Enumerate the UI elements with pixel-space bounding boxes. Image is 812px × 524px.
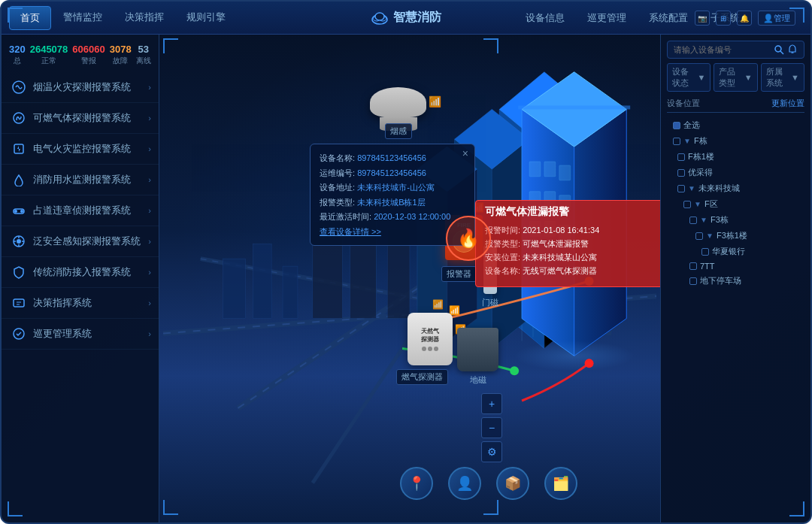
alert-close-btn[interactable]: × <box>462 147 468 159</box>
tree-checkbox-f1[interactable] <box>677 153 685 161</box>
arrow-icon-electric: › <box>148 144 151 153</box>
svg-line-75 <box>780 51 783 54</box>
tree-checkbox-f3-1[interactable] <box>695 232 703 240</box>
status-filter-btn[interactable]: 设备状态 ▼ <box>667 63 710 92</box>
tree-checkbox-7tt[interactable] <box>689 262 697 270</box>
corner-decoration-br <box>789 501 804 516</box>
left-sidebar: 320 总 2645078 正常 606060 警报 3078 故障 53 <box>2 35 159 522</box>
tree-item-f3-1[interactable]: ▼ F3栋1楼 <box>667 228 804 244</box>
smoke-label: 烟感 <box>385 123 412 139</box>
camera-icon-btn[interactable]: 📷 <box>695 11 710 26</box>
system-filter-btn[interactable]: 所属系统 ▼ <box>761 63 804 92</box>
status-total-label: 总 <box>14 56 21 66</box>
bottom-icon-person[interactable]: 👤 <box>448 467 481 500</box>
zoom-in-btn[interactable]: + <box>481 393 502 414</box>
type-filter-btn[interactable]: 产品类型 ▼ <box>714 63 757 92</box>
tree-item-f3dong[interactable]: ▼ F3栋 <box>667 212 804 228</box>
cloud-icon <box>371 11 389 25</box>
tree-item-future[interactable]: ▼ 未来科技城 <box>667 180 804 196</box>
status-alarm: 606060 警报 <box>72 44 105 66</box>
svg-point-3 <box>375 13 384 20</box>
tree-checkbox-fdong[interactable] <box>673 138 680 145</box>
location-section-header: 设备位置 更新位置 <box>667 98 804 113</box>
tree-item-parking[interactable]: 地下停车场 <box>667 273 804 289</box>
tree-checkbox-f3dong[interactable] <box>689 217 697 224</box>
bottom-icon-location[interactable]: 📍 <box>400 467 433 500</box>
tree-item-all[interactable]: 全选 <box>667 117 804 133</box>
right-sidebar: 设备状态 ▼ 产品类型 ▼ 所属系统 ▼ 设备位置 更新位置 <box>660 35 810 522</box>
sidebar-item-traditional[interactable]: 传统消防接入报警系统 › <box>2 257 159 288</box>
sidebar-item-smoke[interactable]: 烟温火灾探测报警系统 › <box>2 72 159 103</box>
gas-alert-device: 设备名称: 无线可燃气体探测器 <box>485 265 660 277</box>
bottom-icon-box2[interactable]: 🗂️ <box>544 467 577 500</box>
tree-label-7tt: 7TT <box>700 262 715 271</box>
bell-icon-btn[interactable]: 🔔 <box>737 11 752 26</box>
svg-rect-60 <box>559 165 571 180</box>
status-offline-label: 离线 <box>136 56 151 66</box>
tree-label-parking: 地下停车场 <box>700 275 741 286</box>
sidebar-item-patrol[interactable]: 巡更管理系统 › <box>2 319 159 350</box>
map-corner-bl <box>163 500 178 515</box>
location-label: 设备位置 <box>667 98 700 109</box>
status-fault: 3078 故障 <box>110 44 132 66</box>
tree-checkbox-fqu[interactable] <box>683 201 691 208</box>
tree-item-f1[interactable]: F栋1楼 <box>667 149 804 165</box>
sidebar-label-patrol: 巡更管理系统 <box>33 327 92 341</box>
sidebar-item-electric[interactable]: 电气火灾监控报警系统 › <box>2 134 159 165</box>
svg-text:📶: 📶 <box>432 298 444 310</box>
electric-icon <box>11 141 27 157</box>
svg-point-9 <box>20 210 23 213</box>
sidebar-label-traffic: 占道违章侦测报警系统 <box>33 204 131 217</box>
nav-item-command[interactable]: 决策指挥 <box>114 6 174 30</box>
nav-item-config[interactable]: 系统配置 <box>638 7 698 29</box>
nav-item-monitor[interactable]: 警情监控 <box>53 6 113 30</box>
gas-device-value: 无线可燃气体探测器 <box>523 266 597 275</box>
gas-location-value: 未来科技城某山公寓 <box>523 253 597 262</box>
map-corner-br <box>483 500 498 515</box>
barrel-shape <box>457 328 498 371</box>
tree-checkbox-youcaide[interactable] <box>677 169 685 177</box>
status-total: 320 总 <box>9 44 26 66</box>
sidebar-label-water: 消防用水监测报警系统 <box>33 173 131 186</box>
sidebar-item-water[interactable]: 消防用水监测报警系统 › <box>2 165 159 195</box>
nav-status-area: 📷 ⊞ 🔔 👤管理 <box>695 11 795 26</box>
arrow-icon-smoke: › <box>148 83 151 92</box>
svg-point-11 <box>17 239 21 244</box>
tree-checkbox-all[interactable] <box>673 122 680 129</box>
gas-sensor-shape: 天然气探测器 <box>408 313 453 365</box>
sidebar-item-decision[interactable]: 决策指挥系统 › <box>2 288 159 319</box>
tree-item-fdong[interactable]: ▼ F栋 <box>667 133 804 149</box>
tree-expand-future: ▼ <box>688 184 695 192</box>
tree-item-youcaide[interactable]: 优采得 <box>667 165 804 180</box>
device-search-input[interactable] <box>674 45 771 54</box>
nav-item-patrol[interactable]: 巡更管理 <box>577 7 637 29</box>
tree-checkbox-huaxia[interactable] <box>701 248 709 256</box>
nav-item-devices[interactable]: 设备信息 <box>515 7 575 29</box>
smoke-detector-shape <box>370 87 426 117</box>
sidebar-item-traffic[interactable]: 占道违章侦测报警系统 › <box>2 195 159 226</box>
status-offline-count: 53 <box>138 44 148 55</box>
nav-item-rules[interactable]: 规则引擎 <box>176 6 236 30</box>
tree-checkbox-parking[interactable] <box>689 277 697 285</box>
type-filter-arrow: ▼ <box>744 73 753 82</box>
tree-checkbox-future[interactable] <box>677 185 685 192</box>
tree-item-7tt[interactable]: 7TT <box>667 259 804 273</box>
zoom-out-btn[interactable]: − <box>481 417 502 438</box>
popup-row-2: 运维编号: 897845123456456 <box>320 167 465 180</box>
popup-address: 未来科技城市-山公寓 <box>357 183 435 192</box>
bell-icon[interactable] <box>787 44 798 55</box>
search-icon[interactable] <box>774 44 784 55</box>
status-fault-label: 故障 <box>113 56 128 66</box>
settings-map-btn[interactable]: ⚙ <box>481 441 502 462</box>
pan-icon <box>11 233 27 250</box>
status-normal-label: 正常 <box>41 56 56 66</box>
tree-item-huaxia[interactable]: 华夏银行 <box>667 244 804 259</box>
grid-icon-btn[interactable]: ⊞ <box>716 11 731 26</box>
status-bar: 320 总 2645078 正常 606060 警报 3078 故障 53 <box>2 41 159 69</box>
bottom-icon-box1[interactable]: 📦 <box>496 467 529 500</box>
sidebar-item-gas[interactable]: 可燃气体探测报警系统 › <box>2 103 159 134</box>
detail-link[interactable]: 查看设备详情 >> <box>320 226 465 238</box>
sidebar-item-pan[interactable]: 泛安全感知探测报警系统 › <box>2 226 159 257</box>
update-position-btn[interactable]: 更新位置 <box>771 98 804 109</box>
tree-item-fqu[interactable]: ▼ F区 <box>667 196 804 212</box>
